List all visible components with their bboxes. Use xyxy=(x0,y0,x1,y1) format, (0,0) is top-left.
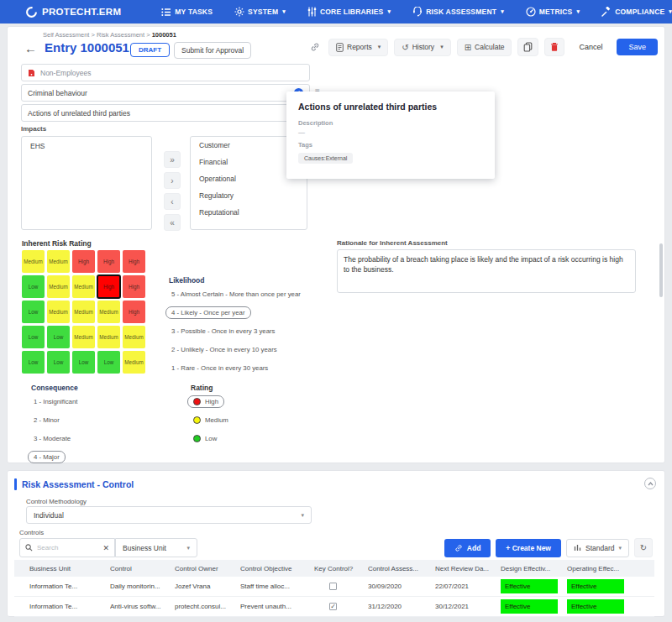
cell-next-review-date: 30/12/2021 xyxy=(435,603,501,610)
move-right-icon[interactable]: › xyxy=(164,172,181,189)
cell-control-owner: protecht.consul... xyxy=(175,603,240,610)
matrix-cell-high[interactable]: High xyxy=(123,275,145,298)
operating-effective-badge: Effective xyxy=(567,599,624,614)
reports-button[interactable]: Reports ▾ xyxy=(328,39,388,56)
matrix-cell-low[interactable]: Low xyxy=(47,326,70,348)
rating-option-high[interactable]: High xyxy=(187,395,224,408)
matrix-cell-high[interactable]: High xyxy=(123,250,145,273)
risk-field[interactable]: Criminal behaviour i xyxy=(21,84,310,102)
breadcrumb-self-assessment[interactable]: Self Assessment xyxy=(43,31,89,39)
column-header[interactable]: Control Assess... xyxy=(368,565,435,572)
matrix-cell-medium[interactable]: Medium xyxy=(97,326,120,348)
matrix-cell-low[interactable]: Low xyxy=(22,326,45,348)
table-row[interactable]: Information Te...Daily monitorin...Jozef… xyxy=(14,577,654,597)
matrix-cell-high[interactable]: High xyxy=(123,301,145,323)
matrix-cell-low[interactable]: Low xyxy=(47,351,70,374)
clear-search-icon[interactable]: ✕ xyxy=(102,544,109,552)
controls-table: Business UnitControlControl OwnerControl… xyxy=(14,560,654,617)
matrix-cell-medium[interactable]: Medium xyxy=(47,301,70,323)
back-button[interactable]: ← xyxy=(24,41,37,55)
matrix-cell-high[interactable]: High xyxy=(97,250,120,273)
scrollbar-thumb[interactable] xyxy=(659,243,663,297)
column-header[interactable]: Control Objective xyxy=(240,565,314,572)
column-header[interactable]: Design Effectiv... xyxy=(501,565,567,572)
matrix-cell-low[interactable]: Low xyxy=(22,351,45,374)
impact-selected-item[interactable]: EHS xyxy=(22,137,151,150)
submit-for-approval-button[interactable]: Submit for Approval xyxy=(174,42,251,59)
save-button[interactable]: Save xyxy=(617,39,658,55)
rating-option-medium[interactable]: Medium xyxy=(187,414,234,426)
delete-button[interactable] xyxy=(544,38,564,56)
matrix-cell-low[interactable]: Low xyxy=(22,301,45,323)
nav-item-system[interactable]: SYSTEM▾ xyxy=(234,7,286,17)
column-header[interactable]: Control Owner xyxy=(175,565,240,572)
collapse-section-icon[interactable] xyxy=(644,478,656,489)
breadcrumb-risk-assessment[interactable]: Risk Assessment xyxy=(97,31,144,39)
person-headset-icon xyxy=(412,7,423,17)
matrix-cell-high[interactable]: High xyxy=(72,250,95,273)
rationale-textarea[interactable]: The probability of a breach taking place… xyxy=(337,249,636,293)
move-all-left-icon[interactable]: « xyxy=(164,214,181,231)
add-button[interactable]: Add xyxy=(444,539,491,557)
matrix-cell-medium[interactable]: Medium xyxy=(123,326,145,348)
copy-button[interactable] xyxy=(517,38,538,56)
matrix-cell-high[interactable]: High xyxy=(97,275,120,298)
likelihood-option[interactable]: 4 - Likely - Once per year xyxy=(165,306,251,319)
create-new-button[interactable]: + Create New xyxy=(496,539,561,557)
likelihood-option[interactable]: 2 - Unlikely - Once in every 10 years xyxy=(165,343,283,356)
view-select[interactable]: Standard ▾ xyxy=(566,539,629,557)
nav-item-my-tasks[interactable]: MY TASKS xyxy=(161,8,213,17)
column-header[interactable]: Next Review Da... xyxy=(435,565,501,572)
move-left-icon[interactable]: ‹ xyxy=(164,193,181,210)
matrix-cell-medium[interactable]: Medium xyxy=(123,351,145,374)
likelihood-option[interactable]: 5 - Almost Certain - More than once per … xyxy=(165,288,307,301)
key-control-checkbox[interactable]: ✓ xyxy=(329,603,337,610)
consequence-option[interactable]: 1 - Insignificant xyxy=(28,395,83,408)
consequence-option[interactable]: 3 - Moderate xyxy=(28,432,76,445)
breadcrumb[interactable]: Self Assessment > Risk Assessment > 1000… xyxy=(43,31,176,39)
matrix-cell-medium[interactable]: Medium xyxy=(47,275,70,298)
business-unit-filter-select[interactable]: Business Unit ▾ xyxy=(115,538,197,557)
nav-item-label: SYSTEM xyxy=(248,8,278,16)
matrix-cell-low[interactable]: Low xyxy=(22,275,45,298)
search-input[interactable] xyxy=(37,544,86,551)
column-header[interactable]: Business Unit xyxy=(29,565,110,572)
rating-option-low[interactable]: Low xyxy=(187,432,223,445)
table-row[interactable]: Information Te...Anti-virus softw...prot… xyxy=(14,597,654,617)
nav-item-risk-assessment[interactable]: RISK ASSESSMENT▾ xyxy=(412,7,504,17)
nav-item-core-libraries[interactable]: CORE LIBRARIES▾ xyxy=(307,7,391,17)
column-header[interactable]: Key Control? xyxy=(314,565,368,572)
column-header[interactable]: Control xyxy=(110,565,175,572)
refresh-icon[interactable]: ↻ xyxy=(634,538,653,557)
rating-dot-high xyxy=(193,398,201,405)
link-icon[interactable] xyxy=(310,42,320,52)
impact-available-item[interactable]: Reputational xyxy=(191,204,307,221)
cancel-button[interactable]: Cancel xyxy=(579,43,602,51)
matrix-cell-medium[interactable]: Medium xyxy=(47,250,70,273)
matrix-cell-low[interactable]: Low xyxy=(72,351,95,374)
rating-dot-low xyxy=(193,435,201,442)
consequence-option[interactable]: 4 - Major xyxy=(28,451,66,463)
move-all-right-icon[interactable]: » xyxy=(164,151,181,168)
matrix-cell-medium[interactable]: Medium xyxy=(22,250,45,273)
cause-field[interactable]: Actions of unrelated third parties xyxy=(21,104,310,122)
nav-item-compliance[interactable]: COMPLIANCE▾ xyxy=(601,7,672,17)
matrix-cell-low[interactable]: Low xyxy=(97,351,120,374)
matrix-cell-medium[interactable]: Medium xyxy=(72,275,95,298)
impact-available-item[interactable]: Regulatory xyxy=(191,187,307,204)
control-methodology-select[interactable]: Individual ▾ xyxy=(26,506,312,524)
rationale-label: Rationale for Inherent Assessment xyxy=(337,239,448,247)
matrix-cell-medium[interactable]: Medium xyxy=(97,301,120,323)
consequence-option[interactable]: 2 - Minor xyxy=(28,414,66,426)
column-header[interactable]: Operating Effec... xyxy=(567,565,654,572)
history-button[interactable]: ↺ History ▾ xyxy=(394,39,450,56)
matrix-cell-medium[interactable]: Medium xyxy=(72,301,95,323)
calculate-button[interactable]: ⊞ Calculate xyxy=(457,39,512,56)
key-control-checkbox[interactable] xyxy=(329,583,337,590)
nav-item-metrics[interactable]: METRICS▾ xyxy=(526,7,580,17)
likelihood-option[interactable]: 1 - Rare - Once in every 30 years xyxy=(165,362,274,374)
brand-logo[interactable]: PROTECHT.ERM xyxy=(25,6,121,18)
risk-category-field[interactable]: Non-Employees xyxy=(21,64,310,81)
likelihood-option[interactable]: 3 - Possible - Once in every 3 years xyxy=(165,325,281,337)
matrix-cell-medium[interactable]: Medium xyxy=(72,326,95,348)
